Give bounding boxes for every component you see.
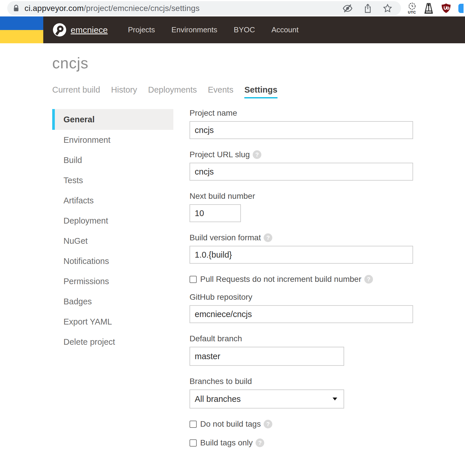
nav-account[interactable]: Account [271, 25, 299, 34]
sidebar-item-build[interactable]: Build [52, 150, 173, 170]
default-branch-label: Default branch [190, 334, 413, 343]
appveyor-logo-icon[interactable] [53, 23, 66, 37]
sidebar-item-badges[interactable]: Badges [52, 291, 173, 312]
sidebar-item-delete-project[interactable]: Delete project [52, 332, 173, 352]
github-repository-label: GitHub repository [190, 293, 413, 302]
next-build-number-input[interactable] [190, 204, 241, 222]
help-icon[interactable]: ? [264, 420, 272, 428]
tab-history[interactable]: History [111, 85, 137, 98]
nav-projects[interactable]: Projects [128, 25, 155, 34]
sidebar-item-deployment[interactable]: Deployment [52, 211, 173, 231]
tab-deployments[interactable]: Deployments [148, 85, 197, 98]
account-brand-link[interactable]: emcniece [71, 25, 108, 35]
share-icon[interactable] [364, 3, 372, 13]
url-text[interactable]: ci.appveyor.com/project/emcniece/cncjs/s… [25, 4, 200, 13]
bookmark-star-icon[interactable] [383, 3, 392, 13]
build-version-format-label: Build version format [190, 233, 261, 242]
build-version-format-input[interactable] [190, 246, 413, 264]
build-tags-only-label: Build tags only [200, 438, 253, 447]
url-path: /project/emcniece/cncjs/settings [84, 4, 200, 13]
ukraine-flag-banner [0, 16, 43, 43]
project-url-slug-input[interactable] [190, 163, 413, 181]
build-tags-only-checkbox[interactable] [190, 439, 197, 447]
settings-sidebar: General Environment Build Tests Artifact… [52, 109, 173, 456]
clipped-extension-icon[interactable] [458, 4, 464, 13]
help-icon[interactable]: ? [256, 438, 264, 447]
address-bar[interactable]: ci.appveyor.com/project/emcniece/cncjs/s… [7, 1, 401, 15]
do-not-build-tags-checkbox[interactable] [190, 421, 197, 428]
pr-no-increment-checkbox[interactable] [190, 276, 197, 283]
lock-icon [13, 4, 19, 12]
url-domain: ci.appveyor.com [25, 4, 84, 13]
main-nav: Projects Environments BYOC Account [128, 25, 299, 34]
general-settings-form: Project name Project URL slug? Next buil… [190, 108, 413, 456]
help-icon[interactable]: ? [264, 233, 272, 242]
branches-to-build-label: Branches to build [190, 377, 413, 386]
sidebar-item-environment[interactable]: Environment [52, 130, 173, 150]
sidebar-item-permissions[interactable]: Permissions [52, 271, 173, 291]
project-tabs: Current build History Deployments Events… [52, 85, 465, 98]
next-build-number-label: Next build number [190, 192, 413, 201]
sidebar-item-artifacts[interactable]: Artifacts [52, 190, 173, 211]
page-title: cncjs [52, 54, 465, 72]
sidebar-item-nuget[interactable]: NuGet [52, 231, 173, 251]
nav-environments[interactable]: Environments [171, 25, 217, 34]
metronome-extension-icon[interactable] [423, 3, 434, 14]
default-branch-input[interactable] [190, 347, 344, 366]
browser-toolbar: ci.appveyor.com/project/emcniece/cncjs/s… [0, 0, 465, 16]
ublock-extension-icon[interactable] [441, 3, 451, 13]
do-not-build-tags-label: Do not build tags [200, 419, 261, 429]
appveyor-header: emcniece Projects Environments BYOC Acco… [0, 16, 465, 43]
tab-current-build[interactable]: Current build [52, 85, 100, 98]
utc-clock-extension-icon[interactable]: UTC [408, 2, 416, 14]
project-name-label: Project name [190, 108, 413, 118]
help-icon[interactable]: ? [253, 150, 261, 159]
sidebar-item-export-yaml[interactable]: Export YAML [52, 312, 173, 332]
sidebar-item-tests[interactable]: Tests [52, 170, 173, 190]
project-name-input[interactable] [190, 121, 413, 139]
tab-events[interactable]: Events [208, 85, 234, 98]
sidebar-item-general[interactable]: General [52, 109, 173, 130]
tab-settings[interactable]: Settings [244, 85, 277, 98]
github-repository-input[interactable] [190, 305, 413, 323]
pr-no-increment-label: Pull Requests do not increment build num… [200, 275, 361, 284]
sidebar-item-notifications[interactable]: Notifications [52, 251, 173, 271]
branches-to-build-select[interactable]: All branches [190, 389, 344, 408]
branches-to-build-value: All branches [195, 394, 241, 404]
hide-eye-icon[interactable] [342, 4, 353, 13]
help-icon[interactable]: ? [364, 275, 373, 284]
nav-byoc[interactable]: BYOC [234, 25, 255, 34]
project-url-slug-label: Project URL slug [190, 150, 250, 159]
chevron-down-icon [333, 398, 337, 400]
